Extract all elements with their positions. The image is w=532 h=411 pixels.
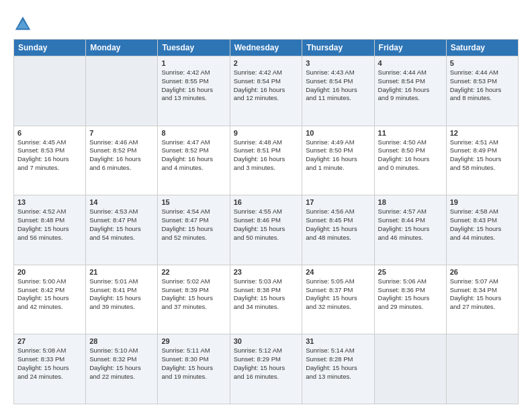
calendar-week-row: 20Sunrise: 5:00 AM Sunset: 8:42 PM Dayli… — [14, 265, 519, 334]
calendar-cell: 5Sunrise: 4:44 AM Sunset: 8:53 PM Daylig… — [446, 56, 518, 126]
day-number: 4 — [378, 59, 443, 67]
calendar-week-row: 6Sunrise: 4:45 AM Sunset: 8:53 PM Daylig… — [14, 126, 519, 195]
logo — [13, 15, 35, 34]
calendar-cell: 6Sunrise: 4:45 AM Sunset: 8:53 PM Daylig… — [14, 126, 86, 195]
calendar-cell: 21Sunrise: 5:01 AM Sunset: 8:41 PM Dayli… — [86, 265, 158, 334]
day-number: 18 — [378, 198, 443, 206]
day-number: 2 — [234, 59, 299, 67]
calendar-cell: 29Sunrise: 5:11 AM Sunset: 8:30 PM Dayli… — [158, 334, 230, 404]
cell-info: Sunrise: 4:42 AM Sunset: 8:55 PM Dayligh… — [161, 68, 226, 103]
calendar-cell: 2Sunrise: 4:42 AM Sunset: 8:54 PM Daylig… — [230, 56, 302, 126]
calendar-cell: 13Sunrise: 4:52 AM Sunset: 8:48 PM Dayli… — [14, 195, 86, 265]
cell-info: Sunrise: 4:57 AM Sunset: 8:44 PM Dayligh… — [378, 208, 443, 242]
calendar-cell: 15Sunrise: 4:54 AM Sunset: 8:47 PM Dayli… — [158, 195, 230, 265]
calendar-cell: 10Sunrise: 4:49 AM Sunset: 8:50 PM Dayli… — [302, 126, 374, 195]
col-header-friday: Friday — [374, 40, 446, 56]
cell-info: Sunrise: 4:50 AM Sunset: 8:50 PM Dayligh… — [378, 138, 443, 173]
cell-info: Sunrise: 4:46 AM Sunset: 8:52 PM Dayligh… — [89, 138, 154, 173]
day-number: 17 — [306, 198, 370, 206]
calendar-cell: 30Sunrise: 5:12 AM Sunset: 8:29 PM Dayli… — [230, 334, 302, 404]
day-number: 8 — [161, 129, 226, 137]
cell-info: Sunrise: 4:52 AM Sunset: 8:48 PM Dayligh… — [17, 208, 82, 242]
header — [13, 12, 519, 34]
calendar-cell: 31Sunrise: 5:14 AM Sunset: 8:28 PM Dayli… — [302, 334, 374, 404]
calendar-week-row: 1Sunrise: 4:42 AM Sunset: 8:55 PM Daylig… — [14, 56, 519, 126]
cell-info: Sunrise: 4:43 AM Sunset: 8:54 PM Dayligh… — [306, 68, 370, 103]
cell-info: Sunrise: 5:10 AM Sunset: 8:32 PM Dayligh… — [89, 347, 154, 381]
day-number: 3 — [306, 59, 370, 67]
cell-info: Sunrise: 5:06 AM Sunset: 8:36 PM Dayligh… — [378, 277, 443, 312]
day-number: 10 — [306, 129, 370, 137]
calendar-cell — [14, 56, 86, 126]
cell-info: Sunrise: 5:14 AM Sunset: 8:28 PM Dayligh… — [306, 347, 370, 381]
day-number: 23 — [234, 268, 299, 276]
day-number: 26 — [450, 268, 515, 276]
cell-info: Sunrise: 4:51 AM Sunset: 8:49 PM Dayligh… — [450, 138, 515, 173]
col-header-monday: Monday — [86, 40, 158, 56]
calendar-cell: 18Sunrise: 4:57 AM Sunset: 8:44 PM Dayli… — [374, 195, 446, 265]
calendar-cell — [374, 334, 446, 404]
cell-info: Sunrise: 4:42 AM Sunset: 8:54 PM Dayligh… — [234, 68, 299, 103]
day-number: 1 — [161, 59, 226, 67]
day-number: 15 — [161, 198, 226, 206]
cell-info: Sunrise: 5:08 AM Sunset: 8:33 PM Dayligh… — [17, 347, 82, 381]
cell-info: Sunrise: 4:56 AM Sunset: 8:45 PM Dayligh… — [306, 208, 370, 242]
col-header-tuesday: Tuesday — [158, 40, 230, 56]
day-number: 20 — [17, 268, 82, 276]
cell-info: Sunrise: 4:44 AM Sunset: 8:53 PM Dayligh… — [450, 68, 515, 103]
cell-info: Sunrise: 4:45 AM Sunset: 8:53 PM Dayligh… — [17, 138, 82, 173]
cell-info: Sunrise: 4:53 AM Sunset: 8:47 PM Dayligh… — [89, 208, 154, 242]
cell-info: Sunrise: 4:48 AM Sunset: 8:51 PM Dayligh… — [234, 138, 299, 173]
cell-info: Sunrise: 5:03 AM Sunset: 8:38 PM Dayligh… — [234, 277, 299, 312]
calendar-cell — [86, 56, 158, 126]
calendar-cell: 22Sunrise: 5:02 AM Sunset: 8:39 PM Dayli… — [158, 265, 230, 334]
calendar-cell: 8Sunrise: 4:47 AM Sunset: 8:52 PM Daylig… — [158, 126, 230, 195]
day-number: 30 — [234, 337, 299, 345]
calendar-cell: 20Sunrise: 5:00 AM Sunset: 8:42 PM Dayli… — [14, 265, 86, 334]
day-number: 24 — [306, 268, 370, 276]
day-number: 25 — [378, 268, 443, 276]
col-header-sunday: Sunday — [14, 40, 86, 56]
cell-info: Sunrise: 5:12 AM Sunset: 8:29 PM Dayligh… — [234, 347, 299, 381]
day-number: 12 — [450, 129, 515, 137]
cell-info: Sunrise: 5:02 AM Sunset: 8:39 PM Dayligh… — [161, 277, 226, 312]
day-number: 13 — [17, 198, 82, 206]
calendar-header-row: SundayMondayTuesdayWednesdayThursdayFrid… — [14, 40, 519, 56]
col-header-thursday: Thursday — [302, 40, 374, 56]
calendar-cell: 16Sunrise: 4:55 AM Sunset: 8:46 PM Dayli… — [230, 195, 302, 265]
calendar-week-row: 13Sunrise: 4:52 AM Sunset: 8:48 PM Dayli… — [14, 195, 519, 265]
calendar-cell: 12Sunrise: 4:51 AM Sunset: 8:49 PM Dayli… — [446, 126, 518, 195]
cell-info: Sunrise: 5:00 AM Sunset: 8:42 PM Dayligh… — [17, 277, 82, 312]
cell-info: Sunrise: 5:05 AM Sunset: 8:37 PM Dayligh… — [306, 277, 370, 312]
day-number: 11 — [378, 129, 443, 137]
calendar-cell: 27Sunrise: 5:08 AM Sunset: 8:33 PM Dayli… — [14, 334, 86, 404]
day-number: 9 — [234, 129, 299, 137]
calendar-cell: 25Sunrise: 5:06 AM Sunset: 8:36 PM Dayli… — [374, 265, 446, 334]
day-number: 21 — [89, 268, 154, 276]
page: SundayMondayTuesdayWednesdayThursdayFrid… — [0, 0, 532, 411]
cell-info: Sunrise: 4:55 AM Sunset: 8:46 PM Dayligh… — [234, 208, 299, 242]
day-number: 7 — [89, 129, 154, 137]
cell-info: Sunrise: 4:44 AM Sunset: 8:54 PM Dayligh… — [378, 68, 443, 103]
calendar-cell — [446, 334, 518, 404]
cell-info: Sunrise: 5:01 AM Sunset: 8:41 PM Dayligh… — [89, 277, 154, 312]
cell-info: Sunrise: 4:54 AM Sunset: 8:47 PM Dayligh… — [161, 208, 226, 242]
calendar-table: SundayMondayTuesdayWednesdayThursdayFrid… — [13, 39, 519, 404]
col-header-saturday: Saturday — [446, 40, 518, 56]
day-number: 31 — [306, 337, 370, 345]
calendar-cell: 28Sunrise: 5:10 AM Sunset: 8:32 PM Dayli… — [86, 334, 158, 404]
day-number: 16 — [234, 198, 299, 206]
cell-info: Sunrise: 5:07 AM Sunset: 8:34 PM Dayligh… — [450, 277, 515, 312]
calendar-cell: 1Sunrise: 4:42 AM Sunset: 8:55 PM Daylig… — [158, 56, 230, 126]
day-number: 14 — [89, 198, 154, 206]
calendar-cell: 3Sunrise: 4:43 AM Sunset: 8:54 PM Daylig… — [302, 56, 374, 126]
cell-info: Sunrise: 4:47 AM Sunset: 8:52 PM Dayligh… — [161, 138, 226, 173]
calendar-week-row: 27Sunrise: 5:08 AM Sunset: 8:33 PM Dayli… — [14, 334, 519, 404]
calendar-cell: 9Sunrise: 4:48 AM Sunset: 8:51 PM Daylig… — [230, 126, 302, 195]
cell-info: Sunrise: 4:58 AM Sunset: 8:43 PM Dayligh… — [450, 208, 515, 242]
calendar-cell: 4Sunrise: 4:44 AM Sunset: 8:54 PM Daylig… — [374, 56, 446, 126]
day-number: 22 — [161, 268, 226, 276]
cell-info: Sunrise: 5:11 AM Sunset: 8:30 PM Dayligh… — [161, 347, 226, 381]
col-header-wednesday: Wednesday — [230, 40, 302, 56]
day-number: 19 — [450, 198, 515, 206]
